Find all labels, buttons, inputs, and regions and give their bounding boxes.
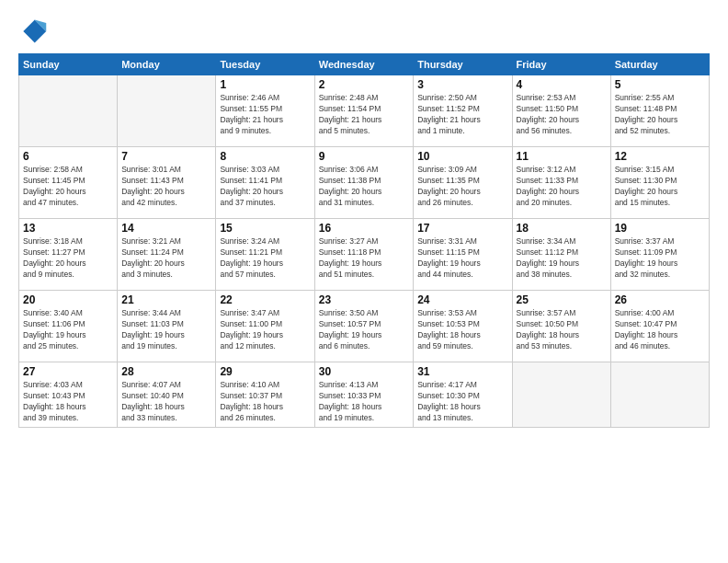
calendar-cell: 2Sunrise: 2:48 AM Sunset: 11:54 PM Dayli… <box>314 75 413 147</box>
day-number: 12 <box>615 150 705 163</box>
day-number: 19 <box>615 222 705 235</box>
calendar-cell: 24Sunrise: 3:53 AM Sunset: 10:53 PM Dayl… <box>414 291 512 362</box>
day-number: 30 <box>319 365 409 378</box>
day-number: 23 <box>319 293 409 306</box>
day-number: 11 <box>517 150 607 163</box>
calendar-cell: 15Sunrise: 3:24 AM Sunset: 11:21 PM Dayl… <box>216 219 314 291</box>
day-info: Sunrise: 3:57 AM Sunset: 10:50 PM Daylig… <box>517 308 607 352</box>
calendar: SundayMondayTuesdayWednesdayThursdayFrid… <box>18 53 710 428</box>
day-number: 1 <box>220 78 310 91</box>
day-info: Sunrise: 3:09 AM Sunset: 11:35 PM Daylig… <box>417 165 507 209</box>
week-row: 20Sunrise: 3:40 AM Sunset: 11:06 PM Dayl… <box>19 291 710 362</box>
week-row: 6Sunrise: 2:58 AM Sunset: 11:45 PM Dayli… <box>19 147 710 219</box>
calendar-cell: 23Sunrise: 3:50 AM Sunset: 10:57 PM Dayl… <box>314 291 413 362</box>
week-row: 27Sunrise: 4:03 AM Sunset: 10:43 PM Dayl… <box>19 362 710 428</box>
calendar-cell: 17Sunrise: 3:31 AM Sunset: 11:15 PM Dayl… <box>414 219 512 291</box>
weekday-header: Friday <box>512 54 610 75</box>
calendar-cell: 16Sunrise: 3:27 AM Sunset: 11:18 PM Dayl… <box>314 219 413 291</box>
calendar-cell: 30Sunrise: 4:13 AM Sunset: 10:33 PM Dayl… <box>314 362 413 428</box>
day-info: Sunrise: 2:48 AM Sunset: 11:54 PM Daylig… <box>319 93 409 137</box>
day-info: Sunrise: 3:01 AM Sunset: 11:43 PM Daylig… <box>121 165 211 209</box>
weekday-header: Tuesday <box>216 54 314 75</box>
day-number: 10 <box>417 150 507 163</box>
calendar-cell: 1Sunrise: 2:46 AM Sunset: 11:55 PM Dayli… <box>216 75 314 147</box>
day-number: 17 <box>417 222 507 235</box>
calendar-cell: 11Sunrise: 3:12 AM Sunset: 11:33 PM Dayl… <box>512 147 610 219</box>
day-info: Sunrise: 2:55 AM Sunset: 11:48 PM Daylig… <box>615 93 705 137</box>
calendar-cell: 12Sunrise: 3:15 AM Sunset: 11:30 PM Dayl… <box>610 147 709 219</box>
day-number: 16 <box>319 222 409 235</box>
day-info: Sunrise: 3:40 AM Sunset: 11:06 PM Daylig… <box>23 308 113 352</box>
day-info: Sunrise: 2:53 AM Sunset: 11:50 PM Daylig… <box>517 93 607 137</box>
day-info: Sunrise: 3:24 AM Sunset: 11:21 PM Daylig… <box>220 236 310 281</box>
weekday-header: Saturday <box>610 54 709 75</box>
day-info: Sunrise: 3:21 AM Sunset: 11:24 PM Daylig… <box>121 236 211 281</box>
day-number: 26 <box>615 293 705 306</box>
calendar-cell: 5Sunrise: 2:55 AM Sunset: 11:48 PM Dayli… <box>610 75 709 147</box>
header <box>18 17 710 46</box>
calendar-cell: 31Sunrise: 4:17 AM Sunset: 10:30 PM Dayl… <box>414 362 512 428</box>
day-info: Sunrise: 2:46 AM Sunset: 11:55 PM Daylig… <box>220 93 310 137</box>
day-number: 3 <box>417 78 507 91</box>
page: SundayMondayTuesdayWednesdayThursdayFrid… <box>0 0 728 563</box>
calendar-cell: 28Sunrise: 4:07 AM Sunset: 10:40 PM Dayl… <box>118 362 216 428</box>
day-info: Sunrise: 4:13 AM Sunset: 10:33 PM Daylig… <box>319 380 409 424</box>
calendar-cell: 7Sunrise: 3:01 AM Sunset: 11:43 PM Dayli… <box>118 147 216 219</box>
calendar-cell: 19Sunrise: 3:37 AM Sunset: 11:09 PM Dayl… <box>610 219 709 291</box>
day-info: Sunrise: 4:10 AM Sunset: 10:37 PM Daylig… <box>220 380 310 424</box>
day-number: 21 <box>121 293 211 306</box>
day-info: Sunrise: 3:12 AM Sunset: 11:33 PM Daylig… <box>517 165 607 209</box>
weekday-header-row: SundayMondayTuesdayWednesdayThursdayFrid… <box>19 54 710 75</box>
calendar-cell: 20Sunrise: 3:40 AM Sunset: 11:06 PM Dayl… <box>19 291 118 362</box>
day-info: Sunrise: 3:53 AM Sunset: 10:53 PM Daylig… <box>417 308 507 352</box>
day-number: 24 <box>417 293 507 306</box>
day-number: 25 <box>517 293 607 306</box>
weekday-header: Monday <box>118 54 216 75</box>
day-number: 27 <box>23 365 113 378</box>
calendar-cell: 3Sunrise: 2:50 AM Sunset: 11:52 PM Dayli… <box>414 75 512 147</box>
day-number: 5 <box>615 78 705 91</box>
day-info: Sunrise: 3:15 AM Sunset: 11:30 PM Daylig… <box>615 165 705 209</box>
calendar-cell <box>118 75 216 147</box>
day-number: 7 <box>121 150 211 163</box>
calendar-cell: 22Sunrise: 3:47 AM Sunset: 11:00 PM Dayl… <box>216 291 314 362</box>
calendar-cell: 6Sunrise: 2:58 AM Sunset: 11:45 PM Dayli… <box>19 147 118 219</box>
day-number: 29 <box>220 365 310 378</box>
calendar-cell: 8Sunrise: 3:03 AM Sunset: 11:41 PM Dayli… <box>216 147 314 219</box>
weekday-header: Wednesday <box>314 54 413 75</box>
day-info: Sunrise: 2:50 AM Sunset: 11:52 PM Daylig… <box>417 93 507 137</box>
day-number: 13 <box>23 222 113 235</box>
weekday-header: Sunday <box>19 54 118 75</box>
day-number: 15 <box>220 222 310 235</box>
day-info: Sunrise: 3:03 AM Sunset: 11:41 PM Daylig… <box>220 165 310 209</box>
day-info: Sunrise: 3:31 AM Sunset: 11:15 PM Daylig… <box>417 236 507 281</box>
calendar-cell <box>512 362 610 428</box>
day-number: 2 <box>319 78 409 91</box>
day-number: 28 <box>121 365 211 378</box>
day-number: 9 <box>319 150 409 163</box>
day-info: Sunrise: 2:58 AM Sunset: 11:45 PM Daylig… <box>23 165 113 209</box>
day-info: Sunrise: 3:37 AM Sunset: 11:09 PM Daylig… <box>615 236 705 281</box>
week-row: 1Sunrise: 2:46 AM Sunset: 11:55 PM Dayli… <box>19 75 710 147</box>
day-number: 22 <box>220 293 310 306</box>
day-number: 20 <box>23 293 113 306</box>
day-info: Sunrise: 3:50 AM Sunset: 10:57 PM Daylig… <box>319 308 409 352</box>
logo <box>18 17 51 46</box>
day-info: Sunrise: 3:34 AM Sunset: 11:12 PM Daylig… <box>517 236 607 281</box>
day-info: Sunrise: 3:44 AM Sunset: 11:03 PM Daylig… <box>121 308 211 352</box>
logo-icon <box>18 17 48 46</box>
day-number: 14 <box>121 222 211 235</box>
calendar-cell: 26Sunrise: 4:00 AM Sunset: 10:47 PM Dayl… <box>610 291 709 362</box>
calendar-cell: 14Sunrise: 3:21 AM Sunset: 11:24 PM Dayl… <box>118 219 216 291</box>
day-info: Sunrise: 4:17 AM Sunset: 10:30 PM Daylig… <box>417 380 507 424</box>
day-number: 31 <box>417 365 507 378</box>
calendar-cell: 29Sunrise: 4:10 AM Sunset: 10:37 PM Dayl… <box>216 362 314 428</box>
day-info: Sunrise: 4:00 AM Sunset: 10:47 PM Daylig… <box>615 308 705 352</box>
calendar-cell: 21Sunrise: 3:44 AM Sunset: 11:03 PM Dayl… <box>118 291 216 362</box>
day-info: Sunrise: 3:18 AM Sunset: 11:27 PM Daylig… <box>23 236 113 281</box>
day-info: Sunrise: 3:47 AM Sunset: 11:00 PM Daylig… <box>220 308 310 352</box>
calendar-cell: 9Sunrise: 3:06 AM Sunset: 11:38 PM Dayli… <box>314 147 413 219</box>
calendar-cell: 25Sunrise: 3:57 AM Sunset: 10:50 PM Dayl… <box>512 291 610 362</box>
day-number: 4 <box>517 78 607 91</box>
week-row: 13Sunrise: 3:18 AM Sunset: 11:27 PM Dayl… <box>19 219 710 291</box>
